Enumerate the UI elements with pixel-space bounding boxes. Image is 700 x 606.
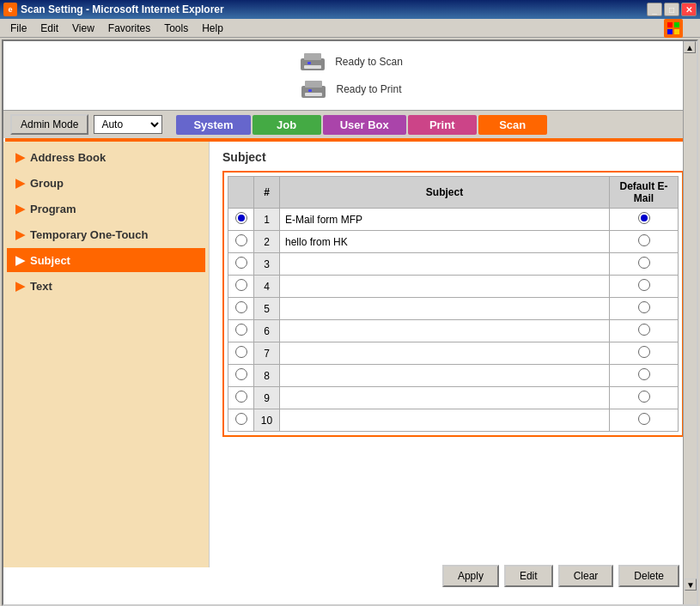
svg-rect-10 xyxy=(305,93,322,96)
col-header-num: # xyxy=(254,177,280,209)
sidebar-label-text: Text xyxy=(30,280,52,293)
row-default-radio-1[interactable] xyxy=(638,212,650,224)
row-radio-7[interactable] xyxy=(235,346,247,358)
row-default-5[interactable] xyxy=(610,298,679,320)
row-default-6[interactable] xyxy=(610,320,679,342)
tab-scan[interactable]: Scan xyxy=(478,115,547,135)
menu-tools[interactable]: Tools xyxy=(157,21,195,36)
row-default-radio-6[interactable] xyxy=(638,324,650,336)
sidebar-item-text[interactable]: ▶ Text xyxy=(7,274,205,298)
row-select-cell-10[interactable] xyxy=(228,409,254,432)
row-subject-3 xyxy=(280,253,610,276)
row-radio-6[interactable] xyxy=(235,324,247,336)
menu-edit[interactable]: Edit xyxy=(33,21,65,36)
row-subject-6 xyxy=(280,320,610,342)
row-select-cell-9[interactable] xyxy=(228,387,254,409)
sidebar-label-program: Program xyxy=(30,203,76,215)
sidebar-label-address-book: Address Book xyxy=(30,151,106,164)
row-subject-7 xyxy=(280,342,610,365)
arrow-icon-program: ▶ xyxy=(15,202,25,215)
row-default-10[interactable] xyxy=(610,409,679,432)
row-default-3[interactable] xyxy=(610,253,679,276)
delete-button[interactable]: Delete xyxy=(618,565,679,587)
scanner-icon xyxy=(297,50,328,74)
row-default-radio-10[interactable] xyxy=(638,413,650,425)
row-radio-5[interactable] xyxy=(235,301,247,313)
row-select-cell-2[interactable] xyxy=(228,231,254,253)
maximize-button[interactable]: □ xyxy=(664,3,679,16)
row-default-radio-8[interactable] xyxy=(638,368,650,380)
row-subject-4 xyxy=(280,276,610,298)
clear-button[interactable]: Clear xyxy=(558,565,614,587)
sidebar-item-address-book[interactable]: ▶ Address Book xyxy=(7,145,205,169)
row-default-1[interactable] xyxy=(610,209,679,231)
row-subject-1: E-Mail form MFP xyxy=(280,209,610,231)
row-radio-8[interactable] xyxy=(235,368,247,380)
scroll-down[interactable]: ▼ xyxy=(685,579,697,591)
row-select-cell-4[interactable] xyxy=(228,276,254,298)
row-default-9[interactable] xyxy=(610,387,679,409)
nav-tabs: System Job User Box Print Scan xyxy=(176,115,546,135)
row-default-radio-3[interactable] xyxy=(638,257,650,269)
sidebar-item-subject[interactable]: ▶ Subject xyxy=(7,248,205,272)
auto-select[interactable]: Auto xyxy=(94,115,162,134)
row-radio-2[interactable] xyxy=(235,234,247,246)
row-default-7[interactable] xyxy=(610,342,679,365)
row-default-radio-5[interactable] xyxy=(638,301,650,313)
row-select-cell-3[interactable] xyxy=(228,253,254,276)
row-default-2[interactable] xyxy=(610,231,679,253)
content-box: # Subject Default E-Mail 1E-Mail form MF… xyxy=(222,171,684,437)
close-button[interactable]: ✕ xyxy=(681,3,697,16)
row-default-radio-7[interactable] xyxy=(638,346,650,358)
row-select-cell-7[interactable] xyxy=(228,342,254,365)
row-select-cell-1[interactable] xyxy=(228,209,254,231)
tab-userbox[interactable]: User Box xyxy=(323,115,406,135)
row-select-cell-8[interactable] xyxy=(228,365,254,387)
row-radio-4[interactable] xyxy=(235,279,247,291)
row-default-radio-4[interactable] xyxy=(638,279,650,291)
row-select-cell-6[interactable] xyxy=(228,320,254,342)
row-radio-10[interactable] xyxy=(235,413,247,425)
menu-file[interactable]: File xyxy=(3,21,33,36)
row-num-10: 10 xyxy=(254,409,280,432)
row-subject-10 xyxy=(280,409,610,432)
arrow-icon-temporary: ▶ xyxy=(15,227,25,241)
menu-favorites[interactable]: Favorites xyxy=(101,21,157,36)
edit-button[interactable]: Edit xyxy=(504,565,553,587)
col-header-default: Default E-Mail xyxy=(610,177,679,209)
sidebar-label-group: Group xyxy=(30,177,64,190)
admin-mode-button[interactable]: Admin Mode xyxy=(10,114,88,135)
minimize-button[interactable]: _ xyxy=(647,3,662,16)
main-window: ▲ ▼ Ready to Scan Ready to Print xyxy=(2,39,698,606)
table-row: 4 xyxy=(228,276,679,298)
menu-help[interactable]: Help xyxy=(195,21,230,36)
scrollbar-right[interactable]: ▲ ▼ xyxy=(683,41,697,604)
table-row: 9 xyxy=(228,387,679,409)
row-default-radio-2[interactable] xyxy=(638,234,650,246)
row-default-radio-9[interactable] xyxy=(638,391,650,403)
sidebar-item-group[interactable]: ▶ Group xyxy=(7,171,205,195)
row-subject-9 xyxy=(280,387,610,409)
row-radio-3[interactable] xyxy=(235,257,247,269)
tab-system[interactable]: System xyxy=(176,115,250,135)
scroll-up[interactable]: ▲ xyxy=(684,41,696,53)
tab-print[interactable]: Print xyxy=(408,115,477,135)
windows-icon xyxy=(664,19,683,38)
title-bar: e Scan Setting - Microsoft Internet Expl… xyxy=(0,0,700,19)
sidebar-item-temporary-one-touch[interactable]: ▶ Temporary One-Touch xyxy=(7,222,205,246)
tab-job[interactable]: Job xyxy=(253,115,321,135)
main-content: Subject # Subject Default E-Mail 1E-Mail… xyxy=(210,142,697,567)
row-radio-9[interactable] xyxy=(235,391,247,403)
row-default-4[interactable] xyxy=(610,276,679,298)
svg-rect-11 xyxy=(308,89,312,92)
menu-view[interactable]: View xyxy=(65,21,101,36)
apply-button[interactable]: Apply xyxy=(442,565,499,587)
sidebar-item-program[interactable]: ▶ Program xyxy=(7,197,205,221)
row-default-8[interactable] xyxy=(610,365,679,387)
row-subject-5 xyxy=(280,298,610,320)
col-header-subject: Subject xyxy=(280,177,610,209)
row-select-cell-5[interactable] xyxy=(228,298,254,320)
svg-rect-1 xyxy=(674,22,679,27)
svg-rect-6 xyxy=(304,65,321,69)
row-radio-1[interactable] xyxy=(235,212,247,224)
